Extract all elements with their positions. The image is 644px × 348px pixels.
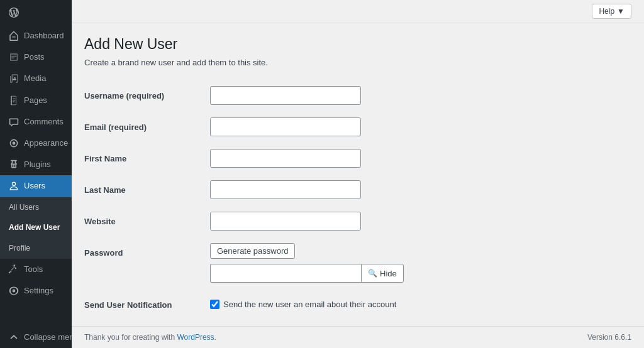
notification-row: Send User Notification Send the new user… <box>84 289 625 319</box>
sidebar-item-plugins[interactable]: Plugins <box>0 154 72 175</box>
firstname-input[interactable] <box>210 149 361 168</box>
role-label: Role <box>84 319 210 326</box>
sidebar-item-comments[interactable]: Comments <box>0 111 72 133</box>
help-button[interactable]: Help ▼ <box>592 4 631 19</box>
hide-password-button[interactable]: 🔍 Hide <box>361 264 404 283</box>
sidebar-item-media[interactable]: Media <box>0 68 72 89</box>
page-description: Create a brand new user and add them to … <box>84 58 625 67</box>
sidebar-collapse-menu[interactable]: Collapse menu <box>0 327 72 348</box>
notification-label: Send User Notification <box>84 289 210 319</box>
content-area: Add New User Create a brand new user and… <box>72 23 644 326</box>
footer: Thank you for creating with WordPress. V… <box>72 326 644 348</box>
profile-label: Profile <box>9 243 30 254</box>
sidebar-item-dashboard-label: Dashboard <box>24 30 64 41</box>
sidebar-item-settings-label: Settings <box>24 285 53 296</box>
sidebar-item-settings[interactable]: Settings <box>0 280 72 302</box>
media-icon <box>9 73 19 84</box>
lastname-input[interactable] <box>210 180 361 199</box>
sidebar-item-users[interactable]: Users <box>0 175 72 197</box>
sidebar-item-users-label: Users <box>24 180 45 192</box>
plugins-icon <box>9 160 19 170</box>
wp-logo[interactable] <box>0 0 72 25</box>
collapse-label: Collapse menu <box>24 332 72 343</box>
password-section: Generate password 🔍 Hide <box>210 243 625 283</box>
tools-icon <box>9 264 19 275</box>
firstname-label: First Name <box>84 143 210 174</box>
sidebar-item-appearance[interactable]: Appearance <box>0 133 72 154</box>
sidebar-item-comments-label: Comments <box>24 116 64 128</box>
sidebar-sub-profile[interactable]: Profile <box>0 238 72 259</box>
users-icon <box>9 181 19 191</box>
sidebar-item-pages-label: Pages <box>24 95 47 106</box>
version-text: Version 6.6.1 <box>587 333 631 342</box>
generate-password-button[interactable]: Generate password <box>210 243 295 259</box>
main-area: Help ▼ Add New User Create a brand new u… <box>72 0 644 348</box>
sidebar-item-plugins-label: Plugins <box>24 159 51 170</box>
help-chevron-icon: ▼ <box>617 7 625 16</box>
sidebar-sub-all-users[interactable]: All Users <box>0 197 72 218</box>
add-user-form: Username (required) Email (required) Fir… <box>84 80 625 326</box>
notification-checkbox-row: Send the new user an email about their a… <box>210 300 625 309</box>
username-label: Username (required) <box>84 80 210 111</box>
pages-icon <box>9 95 19 106</box>
password-label: Password <box>84 237 210 289</box>
website-label: Website <box>84 205 210 237</box>
sidebar-item-posts[interactable]: Posts <box>0 46 72 68</box>
password-row: Password Generate password 🔍 Hide <box>84 237 625 289</box>
collapse-icon <box>9 332 19 342</box>
sidebar-item-tools[interactable]: Tools <box>0 259 72 280</box>
users-submenu: All Users Add New User Profile <box>0 197 72 259</box>
sidebar-sub-add-new-user[interactable]: Add New User <box>0 217 72 238</box>
dashboard-icon <box>9 31 19 41</box>
sidebar-item-dashboard[interactable]: Dashboard <box>0 25 72 46</box>
sidebar-item-media-label: Media <box>24 73 46 84</box>
lastname-row: Last Name <box>84 174 625 205</box>
notification-checkbox[interactable] <box>210 300 219 309</box>
website-input[interactable] <box>210 212 361 231</box>
sidebar: Dashboard Posts Media Pages Comments App… <box>0 0 72 348</box>
firstname-row: First Name <box>84 143 625 174</box>
password-input[interactable] <box>210 264 361 283</box>
lastname-label: Last Name <box>84 174 210 205</box>
website-row: Website <box>84 205 625 237</box>
settings-icon <box>9 286 19 296</box>
email-label: Email (required) <box>84 111 210 143</box>
password-input-row: 🔍 Hide <box>210 264 625 283</box>
eye-icon: 🔍 <box>368 269 377 278</box>
email-input[interactable] <box>210 117 361 136</box>
notification-checkbox-label: Send the new user an email about their a… <box>223 300 396 309</box>
username-row: Username (required) <box>84 80 625 111</box>
sidebar-item-tools-label: Tools <box>24 264 43 275</box>
all-users-label: All Users <box>9 202 39 213</box>
page-title: Add New User <box>84 36 625 53</box>
wordpress-link[interactable]: WordPress <box>177 333 214 342</box>
posts-icon <box>9 52 19 62</box>
role-row: Role Subscriber Contributor Author Edito… <box>84 319 625 326</box>
sidebar-item-pages[interactable]: Pages <box>0 90 72 111</box>
sidebar-item-appearance-label: Appearance <box>24 138 68 149</box>
topbar: Help ▼ <box>72 0 644 23</box>
appearance-icon <box>9 138 19 148</box>
email-row: Email (required) <box>84 111 625 143</box>
comments-icon <box>9 117 19 127</box>
sidebar-item-posts-label: Posts <box>24 52 45 63</box>
add-new-user-label: Add New User <box>9 222 60 233</box>
username-input[interactable] <box>210 86 361 105</box>
footer-text: Thank you for creating with WordPress. <box>84 333 216 342</box>
